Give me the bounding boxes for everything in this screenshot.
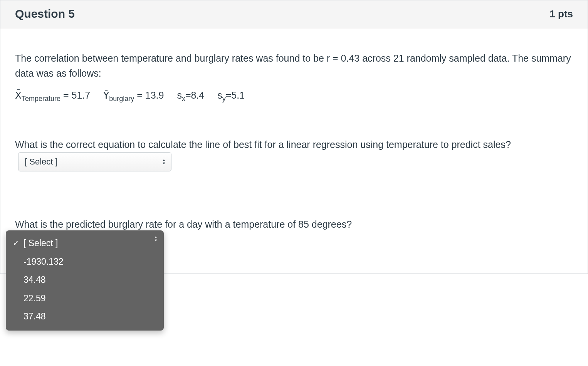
xbar-subscript: Temperature: [22, 95, 60, 102]
ybar-symbol: Ȳ: [103, 90, 109, 101]
equation-select-value: [ Select ]: [25, 155, 58, 168]
question-header: Question 5 1 pts: [0, 0, 588, 29]
prediction-dropdown-panel[interactable]: ▲▼ ✓ [ Select ] -1930.132 34.48: [6, 230, 164, 331]
dropdown-option-2[interactable]: 34.48: [6, 271, 164, 289]
check-icon: ✓: [13, 237, 20, 249]
option-label: [ Select ]: [24, 237, 58, 250]
stat-sx: sx=8.4: [177, 88, 204, 104]
equation-select[interactable]: [ Select ] ▲▼: [18, 152, 171, 171]
stat-xbar: X̄Temperature = 51.7: [15, 88, 90, 104]
subquestion-equation: What is the correct equation to calculat…: [15, 137, 573, 171]
sx-value: =8.4: [185, 90, 204, 101]
subquestion-equation-text: What is the correct equation to calculat…: [15, 139, 511, 150]
updown-icon: ▲▼: [154, 236, 158, 242]
updown-icon: ▲▼: [162, 159, 166, 165]
sx-symbol: s: [177, 90, 182, 101]
option-label: 22.59: [24, 292, 46, 306]
option-label: 34.48: [24, 273, 46, 287]
ybar-subscript: burglary: [109, 95, 134, 102]
option-label: -1930.132: [24, 255, 64, 269]
summary-stats: X̄Temperature = 51.7 Ȳburglary = 13.9 sx…: [15, 88, 573, 104]
dropdown-option-placeholder[interactable]: ✓ [ Select ]: [6, 234, 164, 253]
ybar-value: = 13.9: [134, 90, 164, 101]
stat-ybar: Ȳburglary = 13.9: [103, 88, 164, 104]
subquestion-prediction: What is the predicted burglary rate for …: [15, 217, 573, 258]
option-label: 37.48: [24, 310, 46, 324]
xbar-symbol: X̄: [15, 90, 22, 101]
subquestion-prediction-text: What is the predicted burglary rate for …: [15, 217, 573, 232]
sy-subscript: y: [222, 95, 226, 102]
dropdown-option-1[interactable]: -1930.132: [6, 253, 164, 271]
question-body: The correlation between temperature and …: [0, 29, 588, 274]
question-title: Question 5: [15, 7, 75, 20]
dropdown-option-3[interactable]: 22.59: [6, 289, 164, 308]
xbar-value: = 51.7: [60, 90, 90, 101]
dropdown-option-4[interactable]: 37.48: [6, 307, 164, 326]
stat-sy: sy=5.1: [217, 88, 245, 104]
sx-subscript: x: [182, 95, 185, 102]
sy-symbol: s: [217, 90, 222, 101]
question-points: 1 pts: [549, 8, 573, 20]
sy-value: =5.1: [226, 90, 245, 101]
question-card: Question 5 1 pts The correlation between…: [0, 0, 588, 274]
intro-text: The correlation between temperature and …: [15, 51, 573, 81]
